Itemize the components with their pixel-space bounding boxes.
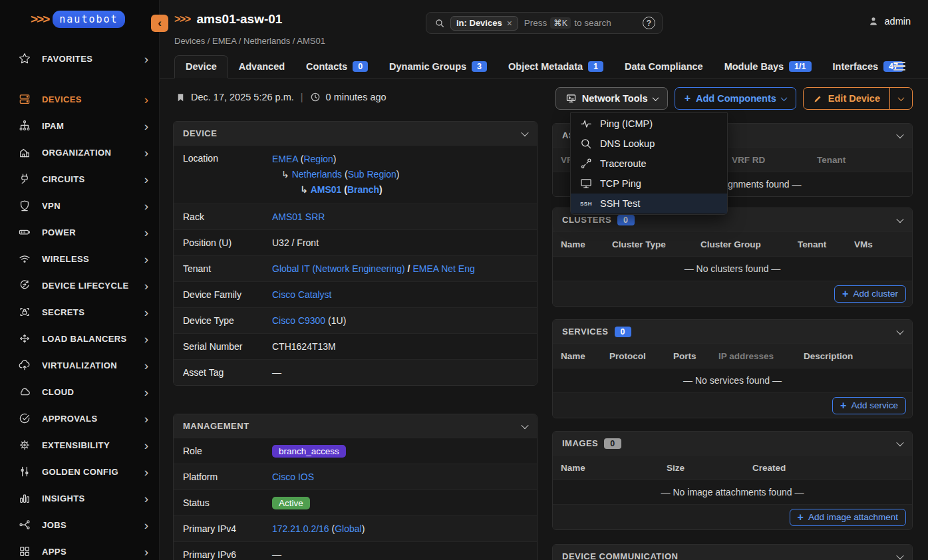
column-header-ports[interactable]: Ports bbox=[673, 351, 718, 361]
row-label: Tenant bbox=[174, 263, 272, 274]
management-panel-title: MANAGEMENT bbox=[183, 421, 249, 431]
location-link[interactable]: EMEA bbox=[272, 154, 298, 164]
collapse-panel-icon[interactable] bbox=[897, 130, 903, 140]
platform-link[interactable]: Cisco IOS bbox=[272, 472, 314, 482]
tenant-group-link[interactable]: Global IT (Network Engineering) bbox=[272, 263, 405, 274]
sidebar-item-virtualization[interactable]: VIRTUALIZATION › bbox=[0, 352, 159, 378]
column-header-name[interactable]: Name bbox=[561, 239, 612, 249]
tab-device[interactable]: Device bbox=[174, 55, 228, 78]
tab-dynamic-groups[interactable]: Dynamic Groups 3 bbox=[379, 56, 498, 78]
tab-data-compliance[interactable]: Data Compliance bbox=[614, 56, 714, 78]
kbd-shortcut: ⌘K bbox=[550, 17, 571, 29]
primary-ipv4-link[interactable]: 172.21.0.2/16 bbox=[272, 523, 329, 534]
location-type-link[interactable]: Region bbox=[301, 154, 337, 164]
location-type-link[interactable]: Branch bbox=[344, 184, 383, 195]
sidebar-collapse-button[interactable]: ‹ bbox=[151, 15, 168, 32]
device-communication-panel: DEVICE COMMUNICATION bbox=[552, 544, 913, 560]
search-hint-tosearch: to search bbox=[574, 18, 611, 28]
device-type-link[interactable]: Cisco C9300 bbox=[272, 315, 325, 326]
sidebar-item-secrets[interactable]: SECRETS › bbox=[0, 299, 159, 325]
sidebar-item-cloud[interactable]: CLOUD › bbox=[0, 378, 159, 405]
column-header-vms[interactable]: VMs bbox=[854, 239, 912, 249]
load-balancers-icon bbox=[17, 331, 32, 346]
collapse-panel-icon[interactable] bbox=[522, 128, 528, 138]
tab-module-bays[interactable]: Module Bays 1/1 bbox=[714, 56, 822, 78]
user-menu[interactable]: admin bbox=[867, 15, 911, 27]
chevron-right-icon: › bbox=[144, 53, 148, 65]
collapse-panel-icon[interactable] bbox=[522, 421, 528, 431]
menu-item-dns-lookup[interactable]: DNS Lookup bbox=[571, 134, 727, 154]
help-icon[interactable] bbox=[643, 17, 655, 29]
location-link[interactable]: AMS01 bbox=[311, 184, 342, 195]
network-tools-button[interactable]: Network Tools bbox=[555, 87, 668, 110]
logo-chevrons-icon: >>> bbox=[31, 12, 49, 27]
tenant-link[interactable]: EMEA Net Eng bbox=[412, 263, 474, 274]
sidebar-item-device-lifecycle[interactable]: DEVICE LIFECYCLE › bbox=[0, 272, 159, 299]
column-header-protocol[interactable]: Protocol bbox=[609, 351, 673, 361]
collapse-panel-icon[interactable] bbox=[897, 327, 903, 337]
menu-item-label: TCP Ping bbox=[600, 178, 641, 189]
sidebar-item-ipam[interactable]: IPAM › bbox=[0, 112, 159, 139]
tab-object-metadata[interactable]: Object Metadata 1 bbox=[498, 56, 614, 78]
column-header-cluster-group[interactable]: Cluster Group bbox=[700, 239, 798, 249]
sidebar-item-jobs[interactable]: JOBS › bbox=[0, 511, 159, 538]
search-icon bbox=[434, 18, 445, 29]
sidebar-item-vpn[interactable]: VPN › bbox=[0, 192, 159, 219]
search-filter-chip[interactable]: in: Devices × bbox=[450, 16, 518, 31]
clock-icon bbox=[310, 92, 321, 102]
tab-label: Dynamic Groups bbox=[389, 61, 466, 72]
sidebar-item-approvals[interactable]: APPROVALS › bbox=[0, 405, 159, 432]
column-header-description[interactable]: Description bbox=[804, 351, 912, 361]
column-header-tenant[interactable]: Tenant bbox=[798, 239, 854, 249]
sidebar-item-organization[interactable]: ORGANIZATION › bbox=[0, 139, 159, 166]
collapse-panel-icon[interactable] bbox=[897, 215, 903, 225]
add-image-attachment-button[interactable]: +Add image attachment bbox=[790, 509, 906, 526]
column-header-size[interactable]: Size bbox=[667, 463, 752, 473]
breadcrumb[interactable]: Devices / EMEA / Netherlands / AMS01 bbox=[174, 36, 325, 46]
edit-device-button[interactable]: Edit Device bbox=[804, 88, 889, 109]
sidebar-item-apps[interactable]: APPS › bbox=[0, 538, 159, 560]
column-header-created[interactable]: Created bbox=[752, 463, 912, 473]
edit-device-dropdown-button[interactable] bbox=[889, 88, 912, 109]
search-input[interactable]: in: Devices × Press ⌘K to search bbox=[426, 12, 663, 34]
separator: | bbox=[301, 92, 303, 102]
sidebar-item-label: LOAD BALANCERS bbox=[42, 334, 127, 344]
column-header-cluster-type[interactable]: Cluster Type bbox=[612, 239, 700, 249]
column-header-name[interactable]: Name bbox=[561, 351, 609, 361]
status-badge[interactable]: Active bbox=[272, 497, 310, 509]
tab-advanced[interactable]: Advanced bbox=[228, 56, 295, 78]
tab-contacts[interactable]: Contacts 0 bbox=[295, 56, 379, 78]
namespace-link[interactable]: Global bbox=[332, 523, 365, 534]
column-header-name[interactable]: Name bbox=[561, 463, 667, 473]
sidebar-item-golden-config[interactable]: GOLDEN CONFIG › bbox=[0, 458, 159, 485]
menu-item-traceroute[interactable]: Traceroute bbox=[571, 154, 727, 174]
sidebar-item-devices[interactable]: DEVICES › bbox=[0, 86, 159, 112]
menu-item-ping-icmp-[interactable]: Ping (ICMP) bbox=[571, 114, 727, 134]
sidebar-item-wireless[interactable]: WIRELESS › bbox=[0, 245, 159, 272]
nautobot-logo[interactable]: >>> nautobot bbox=[0, 0, 159, 28]
device-family-link[interactable]: Cisco Catalyst bbox=[272, 289, 331, 300]
location-link[interactable]: Netherlands bbox=[292, 169, 343, 180]
collapse-panel-icon[interactable] bbox=[897, 438, 903, 448]
row-label: Rack bbox=[174, 211, 272, 222]
sidebar-item-extensibility[interactable]: EXTENSIBILITY › bbox=[0, 432, 159, 458]
row-label: Platform bbox=[174, 472, 272, 482]
sidebar-item-power[interactable]: POWER › bbox=[0, 219, 159, 245]
sidebar-item-favorites[interactable]: FAVORITES › bbox=[0, 45, 159, 72]
bookmark-icon bbox=[176, 92, 186, 102]
menu-item-tcp-ping[interactable]: TCP Ping bbox=[571, 174, 727, 194]
rack-link[interactable]: AMS01 SRR bbox=[272, 211, 325, 222]
sidebar-item-load-balancers[interactable]: LOAD BALANCERS › bbox=[0, 325, 159, 352]
clusters-empty-message: — No clusters found — bbox=[553, 256, 912, 281]
add-components-button[interactable]: + Add Components bbox=[675, 87, 796, 110]
sidebar-item-insights[interactable]: INSIGHTS › bbox=[0, 485, 159, 511]
location-type-link[interactable]: Sub Region bbox=[345, 169, 400, 180]
chip-close-icon[interactable]: × bbox=[507, 18, 512, 29]
role-badge[interactable]: branch_access bbox=[272, 445, 346, 458]
sidebar-item-circuits[interactable]: CIRCUITS › bbox=[0, 166, 159, 192]
menu-item-ssh-test[interactable]: SSH SSH Test bbox=[571, 194, 727, 213]
tab-overflow-menu-icon[interactable] bbox=[893, 62, 905, 70]
add-service-button[interactable]: +Add service bbox=[832, 397, 906, 414]
add-cluster-button[interactable]: +Add cluster bbox=[834, 285, 906, 303]
collapse-panel-icon[interactable] bbox=[897, 551, 903, 560]
